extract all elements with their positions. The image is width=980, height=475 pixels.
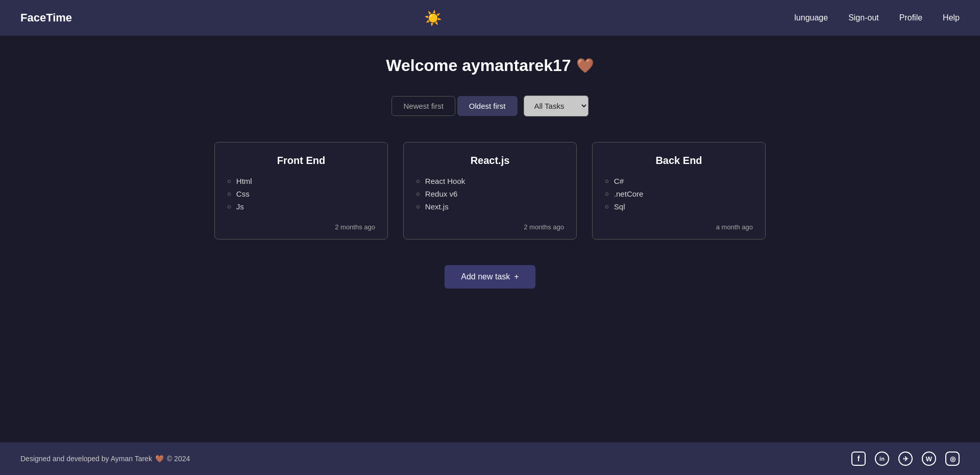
footer-year: © 2024 (167, 455, 190, 463)
newest-first-button[interactable]: Newest first (391, 96, 455, 116)
nav-links: lunguage Sign-out Profile Help (794, 13, 960, 22)
welcome-title: Welcome aymantarek17 🤎 (386, 56, 594, 75)
linkedin-icon[interactable]: in (875, 452, 889, 466)
card-frontend-title: Front End (227, 155, 375, 167)
task-filter-dropdown[interactable]: All Tasks Completed Pending (524, 96, 589, 116)
list-item: Redux v6 (416, 189, 564, 198)
telegram-icon[interactable]: ✈ (898, 452, 913, 466)
plus-icon: + (514, 272, 519, 281)
footer: Designed and developed by Ayman Tarek 🤎 … (0, 442, 980, 475)
list-item: Js (227, 202, 375, 211)
card-reactjs-title: React.js (416, 155, 564, 167)
list-item: React Hook (416, 177, 564, 185)
footer-text: Designed and developed by Ayman Tarek 🤎 … (20, 455, 190, 463)
instagram-icon[interactable]: ◎ (945, 452, 960, 466)
help-link[interactable]: Help (943, 13, 960, 22)
cards-container: Front End Html Css Js 2 months ago React… (133, 142, 847, 240)
language-link[interactable]: lunguage (794, 13, 828, 22)
list-item: Sql (605, 202, 753, 211)
card-reactjs: React.js React Hook Redux v6 Next.js 2 m… (403, 142, 577, 240)
card-frontend-timestamp: 2 months ago (227, 223, 375, 231)
footer-social-icons: f in ✈ W ◎ (851, 452, 960, 466)
card-backend-title: Back End (605, 155, 753, 167)
list-item: Next.js (416, 202, 564, 211)
card-reactjs-items: React Hook Redux v6 Next.js (416, 177, 564, 215)
signout-link[interactable]: Sign-out (848, 13, 879, 22)
card-reactjs-timestamp: 2 months ago (416, 223, 564, 231)
add-task-button[interactable]: Add new task + (445, 265, 535, 289)
card-backend-items: C# .netCore Sql (605, 177, 753, 215)
profile-link[interactable]: Profile (899, 13, 922, 22)
facebook-icon[interactable]: f (851, 452, 866, 466)
sun-icon: ☀️ (424, 10, 442, 27)
card-frontend-items: Html Css Js (227, 177, 375, 215)
welcome-text: Welcome aymantarek17 (386, 56, 571, 75)
card-backend: Back End C# .netCore Sql a month ago (592, 142, 766, 240)
add-task-label: Add new task (461, 272, 510, 281)
list-item: Html (227, 177, 375, 185)
navbar: FaceTime ☀️ lunguage Sign-out Profile He… (0, 0, 980, 36)
footer-heart-icon: 🤎 (155, 455, 164, 463)
card-backend-timestamp: a month ago (605, 223, 753, 231)
list-item: C# (605, 177, 753, 185)
main-content: Welcome aymantarek17 🤎 Newest first Olde… (0, 36, 980, 442)
oldest-first-button[interactable]: Oldest first (457, 96, 518, 116)
card-frontend: Front End Html Css Js 2 months ago (214, 142, 388, 240)
filter-controls: Newest first Oldest first All Tasks Comp… (391, 96, 588, 116)
footer-designed-text: Designed and developed by Ayman Tarek (20, 455, 152, 463)
list-item: Css (227, 189, 375, 198)
heart-icon: 🤎 (576, 57, 594, 74)
brand-logo: FaceTime (20, 11, 72, 25)
whatsapp-icon[interactable]: W (922, 452, 936, 466)
list-item: .netCore (605, 189, 753, 198)
